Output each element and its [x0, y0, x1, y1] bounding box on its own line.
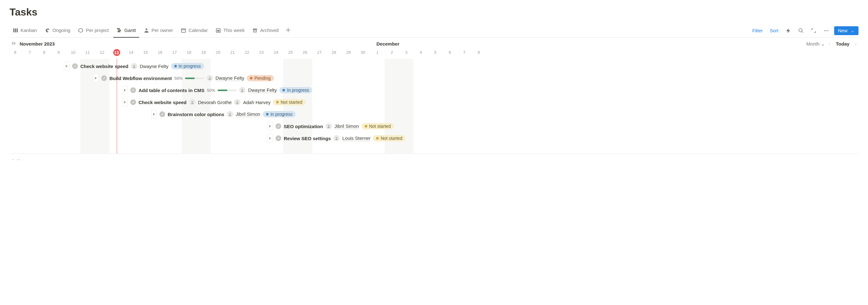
week-icon	[215, 28, 221, 33]
assignee-name[interactable]: Dwayne Felty	[215, 75, 244, 81]
avatar	[227, 111, 233, 117]
svg-rect-7	[182, 28, 186, 32]
sort-button[interactable]: Sort	[768, 27, 780, 34]
task-check-icon[interactable]	[72, 63, 78, 69]
task-row[interactable]: Review SEO settingsLouis SternerNot star…	[267, 133, 406, 143]
svg-rect-2	[17, 28, 18, 32]
add-view-button[interactable]	[283, 26, 293, 35]
bolt-icon[interactable]	[783, 27, 793, 35]
date-tick: 7	[28, 50, 31, 55]
tab-per-owner[interactable]: Per owner	[141, 24, 176, 38]
expand-icon[interactable]	[809, 27, 818, 35]
assignee-name[interactable]: Dwayne Felty	[248, 87, 277, 93]
task-expand-toggle[interactable]	[151, 110, 157, 119]
date-tick: 3	[405, 50, 407, 55]
tab-calendar[interactable]: Calendar	[178, 24, 211, 38]
date-tick: 19	[201, 50, 206, 55]
task-expand-toggle[interactable]	[122, 98, 128, 106]
task-check-icon[interactable]	[276, 135, 281, 141]
date-tick: 24	[274, 50, 278, 55]
assignee-name[interactable]: Jibril Simon	[334, 123, 359, 129]
tab-ongoing[interactable]: Ongoing	[41, 24, 74, 38]
task-progress-pct: 50%	[174, 76, 183, 81]
today-button[interactable]: Today	[834, 40, 851, 47]
task-check-icon[interactable]	[130, 87, 136, 93]
tab-kanban[interactable]: Kanban	[9, 24, 40, 38]
task-title: Check website speed	[138, 100, 187, 105]
task-row[interactable]: Brainstorm color optionsJibril SimonIn p…	[151, 110, 296, 119]
date-tick: 18	[187, 50, 191, 55]
assignee-name[interactable]: Adah Harvey	[243, 100, 271, 105]
tab-archived[interactable]: Archived	[249, 24, 282, 38]
svg-point-17	[192, 101, 193, 102]
date-tick: 10	[71, 50, 75, 55]
task-row[interactable]: Build Webflow environment50%Dwayne Felty…	[93, 73, 274, 83]
box-icon	[78, 28, 84, 33]
chevron-down-icon: ⌄	[850, 28, 855, 34]
tab-per-project[interactable]: Per project	[75, 24, 112, 38]
task-check-icon[interactable]	[159, 111, 165, 117]
tab-label: Gantt	[124, 28, 136, 33]
svg-point-6	[146, 28, 147, 30]
date-tick: 30	[361, 50, 365, 55]
today-line	[117, 59, 117, 153]
task-row[interactable]: Add table of contents in CMS50%Dwayne Fe…	[122, 85, 312, 95]
tab-this-week[interactable]: This week	[212, 24, 248, 38]
task-expand-toggle[interactable]	[122, 86, 128, 95]
svg-point-11	[824, 30, 825, 31]
assignee-name[interactable]: Louis Sterner	[342, 135, 370, 141]
plus-icon: +	[11, 158, 15, 160]
date-tick: 2	[391, 50, 393, 55]
task-row[interactable]: Check website speedDwayne FeltyIn progre…	[64, 61, 204, 71]
expand-sidebar-icon[interactable]	[9, 40, 18, 48]
status-badge: In progress	[263, 111, 296, 117]
date-tick: 21	[230, 50, 235, 55]
date-tick: 13	[113, 49, 120, 56]
task-check-icon[interactable]	[130, 99, 136, 105]
assignee-name[interactable]: Devorah Grothe	[198, 100, 232, 105]
task-row[interactable]: SEO optimizationJibril SimonNot started	[267, 121, 394, 131]
new-button[interactable]: New ⌄	[834, 26, 859, 35]
assignee-name[interactable]: Dwayne Felty	[140, 64, 168, 69]
tab-label: Per project	[86, 28, 109, 33]
date-tick: 28	[332, 50, 336, 55]
avatar	[239, 87, 245, 93]
tab-label: Archived	[260, 28, 278, 33]
tab-gantt[interactable]: Gantt	[113, 24, 139, 38]
search-icon[interactable]	[796, 27, 806, 35]
tab-label: Calendar	[189, 28, 208, 33]
chevron-down-icon: ⌄	[821, 41, 825, 47]
status-badge: In progress	[171, 63, 204, 69]
date-tick: 23	[259, 50, 264, 55]
assignee-name[interactable]: Jibril Simon	[236, 111, 260, 117]
gantt-header: November 2023 December Month ⌄ ‹ Today ›	[9, 38, 859, 48]
svg-point-14	[133, 65, 135, 66]
board-icon	[13, 28, 18, 33]
date-tick: 17	[173, 50, 177, 55]
task-expand-toggle[interactable]	[267, 134, 273, 143]
date-tick: 14	[129, 50, 133, 55]
task-check-icon[interactable]	[101, 75, 107, 81]
task-row[interactable]: Check website speedDevorah GrotheAdah Ha…	[122, 97, 306, 107]
svg-rect-9	[217, 30, 219, 32]
tab-label: Kanban	[21, 28, 37, 33]
task-expand-toggle[interactable]	[64, 62, 70, 70]
task-expand-toggle[interactable]	[93, 74, 99, 83]
task-check-icon[interactable]	[276, 123, 281, 129]
svg-point-19	[229, 113, 230, 114]
date-tick: 22	[245, 50, 249, 55]
new-task-button[interactable]: + New	[11, 158, 27, 160]
more-icon[interactable]	[822, 27, 831, 35]
next-button[interactable]: ›	[853, 41, 859, 47]
task-expand-toggle[interactable]	[267, 122, 273, 131]
date-tick: 9	[58, 50, 60, 55]
date-tick: 5	[434, 50, 437, 55]
date-tick: 6	[14, 50, 16, 55]
prev-button[interactable]: ‹	[827, 41, 832, 47]
status-badge: Not started	[373, 135, 405, 142]
scale-selector[interactable]: Month ⌄	[806, 41, 825, 47]
status-badge: Not started	[362, 123, 394, 129]
filter-button[interactable]: Filter	[750, 27, 765, 34]
svg-point-15	[209, 77, 210, 78]
date-tick: 7	[463, 50, 465, 55]
